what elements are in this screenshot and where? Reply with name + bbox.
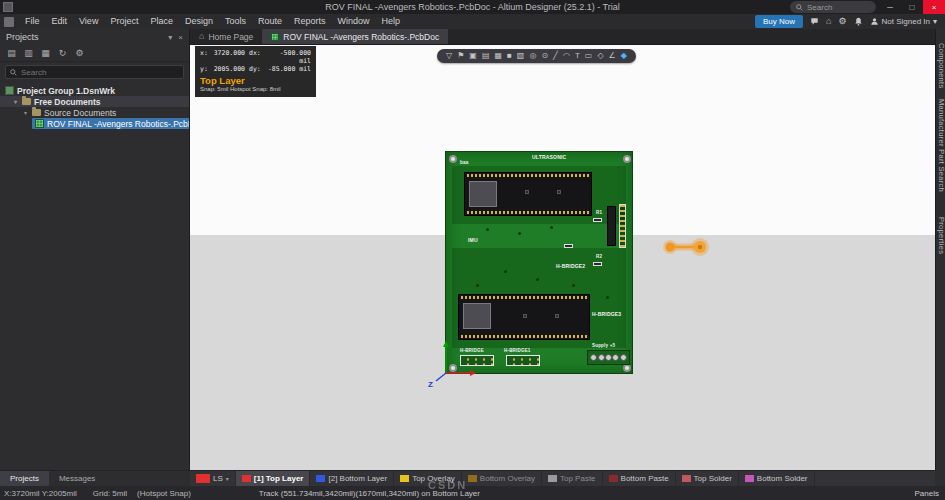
- align-icon[interactable]: ▤: [482, 49, 490, 63]
- mcu-module-top[interactable]: [464, 172, 592, 216]
- layer-tab-bottom-solder[interactable]: Bottom Solder: [739, 471, 815, 486]
- selection-icon[interactable]: ▣: [469, 49, 477, 63]
- close-button[interactable]: ×: [923, 0, 945, 14]
- panels-button[interactable]: Panels: [915, 489, 939, 498]
- board-origin-axes: Z: [426, 339, 478, 389]
- filter-icon[interactable]: ▽: [446, 49, 452, 63]
- driver-ic[interactable]: [607, 206, 616, 246]
- silkscreen-label: IMU: [468, 238, 478, 243]
- flag-icon[interactable]: ⚑: [457, 49, 464, 63]
- tree-item-label: Free Documents: [34, 97, 101, 107]
- layer-color-swatch: [745, 475, 754, 482]
- layer-tab-bottom-layer[interactable]: [2] Bottom Layer: [310, 471, 394, 486]
- screw-terminal-block[interactable]: [587, 350, 630, 365]
- track-icon[interactable]: ╱: [553, 49, 558, 63]
- tab-components[interactable]: Components: [937, 43, 945, 89]
- panel-menu-caret-icon[interactable]: ▾: [168, 33, 172, 42]
- text-tool-icon[interactable]: T: [575, 49, 580, 63]
- layer-tab-bottom-overlay[interactable]: Bottom Overlay: [462, 471, 542, 486]
- tab-properties[interactable]: Properties: [937, 217, 945, 254]
- global-search[interactable]: Search: [790, 1, 876, 13]
- layer-color-swatch: [242, 475, 251, 482]
- tab-messages[interactable]: Messages: [49, 471, 105, 486]
- tree-item-pcbdoc[interactable]: ROV FINAL -Avengers Robotics-.PcbDoc: [0, 118, 189, 129]
- via: [550, 226, 553, 229]
- fill-icon[interactable]: ■: [507, 49, 512, 63]
- layer-tab-top-overlay[interactable]: Top Overlay: [394, 471, 462, 486]
- layer-tab-top-layer[interactable]: [1] Top Layer: [236, 471, 311, 486]
- layer-tab-top-solder[interactable]: Top Solder: [676, 471, 739, 486]
- tree-item-label: Source Documents: [44, 108, 116, 118]
- pcb-editor-canvas[interactable]: x: 3720.000 dx: -500.000 mil y: 2005.000…: [190, 45, 935, 470]
- menu-route[interactable]: Route: [252, 14, 288, 29]
- tree-item-label: Project Group 1.DsnWrk: [17, 86, 115, 96]
- tree-item-source-documents[interactable]: ▾ Source Documents: [0, 107, 189, 118]
- panel-close-icon[interactable]: ×: [178, 33, 183, 42]
- menu-place[interactable]: Place: [144, 14, 179, 29]
- compile-icon[interactable]: ▤: [4, 47, 19, 60]
- layer-tab-bottom-paste[interactable]: Bottom Paste: [603, 471, 676, 486]
- menu-project[interactable]: Project: [104, 14, 144, 29]
- selected-document-row[interactable]: ROV FINAL -Avengers Robotics-.PcbDoc: [32, 118, 189, 129]
- refresh-icon[interactable]: ↻: [55, 47, 70, 60]
- tree-item-free-documents[interactable]: ▾ Free Documents: [0, 96, 189, 107]
- rf-shield: [469, 181, 497, 207]
- grid-icon[interactable]: ▦: [494, 49, 502, 63]
- via: [476, 284, 479, 287]
- home-icon: ⌂: [199, 32, 204, 41]
- altium-logo-icon[interactable]: [4, 17, 14, 27]
- notifications-bell-icon[interactable]: [854, 17, 863, 26]
- tab-home-page[interactable]: ⌂ Home Page: [190, 29, 262, 44]
- z-axis-label: Z: [428, 380, 433, 389]
- tab-manufacturer-part-search[interactable]: Manufacturer Part Search: [937, 99, 945, 192]
- sign-in-control[interactable]: Not Signed In ▾: [870, 17, 938, 26]
- projects-search[interactable]: [5, 65, 184, 79]
- projects-search-input[interactable]: [21, 68, 179, 77]
- grid-view-icon[interactable]: ▦: [38, 47, 53, 60]
- tab-pcbdoc[interactable]: ROV FINAL -Avengers Robotics-.PcbDoc: [262, 29, 448, 44]
- silkscreen-label: H-BRIDGE2: [556, 264, 585, 269]
- tab-projects[interactable]: Projects: [0, 471, 49, 486]
- layer-tab-top-paste[interactable]: Top Paste: [542, 471, 603, 486]
- edge-connector[interactable]: [619, 204, 626, 248]
- menu-file[interactable]: File: [19, 14, 46, 29]
- via-icon[interactable]: ⊙: [541, 49, 548, 63]
- comments-icon[interactable]: [810, 17, 819, 26]
- expand-arrow-icon[interactable]: ▾: [22, 109, 29, 116]
- menu-reports[interactable]: Reports: [288, 14, 332, 29]
- list-view-icon[interactable]: ▥: [21, 47, 36, 60]
- settings-gear-icon[interactable]: ⚙: [838, 14, 846, 29]
- menu-tools[interactable]: Tools: [219, 14, 252, 29]
- mcu-module-bottom[interactable]: [458, 294, 590, 340]
- measure-icon[interactable]: ∠: [609, 49, 616, 63]
- home-icon[interactable]: ⌂: [826, 14, 831, 29]
- panel-settings-gear-icon[interactable]: ⚙: [72, 47, 87, 60]
- menu-window[interactable]: Window: [332, 14, 376, 29]
- menu-help[interactable]: Help: [376, 14, 407, 29]
- interactive-pointer-icon[interactable]: ◆: [621, 49, 627, 63]
- via: [606, 296, 609, 299]
- tree-item-project-group[interactable]: Project Group 1.DsnWrk: [0, 85, 189, 96]
- region-icon[interactable]: ▧: [517, 49, 525, 63]
- menu-design[interactable]: Design: [179, 14, 219, 29]
- mounting-hole: [449, 155, 457, 163]
- menu-view[interactable]: View: [73, 14, 104, 29]
- layer-tab-label: Bottom Solder: [757, 474, 808, 483]
- menu-edit[interactable]: Edit: [46, 14, 74, 29]
- chip: [525, 190, 529, 194]
- silkscreen-label: R2: [596, 254, 602, 259]
- pad-icon[interactable]: ◎: [529, 49, 536, 63]
- layer-sets-control[interactable]: LS ▾: [190, 471, 236, 486]
- cursor-coordinates: X:3720mil Y:2005mil: [0, 489, 77, 498]
- altium-designer-window: ROV FINAL -Avengers Robotics-.PcbDoc - A…: [0, 0, 945, 500]
- arc-icon[interactable]: ◠: [563, 49, 570, 63]
- maximize-button[interactable]: □: [901, 0, 923, 14]
- pcbdoc-icon: [35, 119, 44, 128]
- expand-arrow-icon[interactable]: ▾: [12, 98, 19, 105]
- polygon-icon[interactable]: ◇: [597, 49, 603, 63]
- pin-header[interactable]: [506, 355, 540, 366]
- component-icon[interactable]: ▭: [585, 49, 593, 63]
- buy-now-button[interactable]: Buy Now: [755, 15, 803, 28]
- search-icon: [796, 4, 803, 11]
- minimize-button[interactable]: ─: [879, 0, 901, 14]
